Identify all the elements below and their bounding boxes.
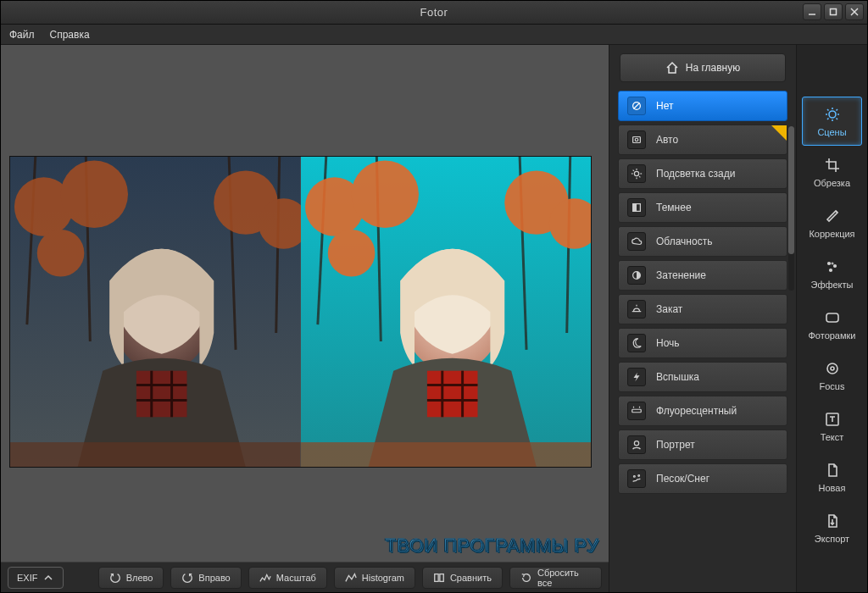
maximize-button[interactable]	[824, 3, 843, 20]
svg-rect-42	[633, 137, 641, 143]
bottom-toolbar: EXIF Влево Вправо Масштаб	[1, 562, 609, 592]
scene-item-portrait[interactable]: Портрет	[618, 430, 787, 460]
scenes-icon	[823, 105, 842, 124]
tool-focus[interactable]: Focus	[802, 351, 862, 400]
home-button[interactable]: На главную	[620, 53, 786, 82]
flag-icon	[771, 125, 787, 141]
night-icon	[627, 334, 646, 352]
tool-label: Коррекция	[809, 229, 854, 239]
svg-line-72	[836, 211, 837, 213]
reset-button[interactable]: Сбросить все	[509, 567, 602, 589]
new-icon	[823, 461, 842, 479]
scene-scrollbar[interactable]	[788, 126, 794, 291]
svg-line-50	[639, 176, 640, 177]
svg-rect-15	[136, 370, 187, 417]
tool-label: Новая	[819, 483, 846, 493]
original-photo	[10, 157, 301, 467]
tool-strip: СценыОбрезкаКоррекцияЭффектыФоторамкиFoc…	[796, 45, 867, 592]
scene-item-sand_snow[interactable]: Песок/Снег	[618, 463, 787, 494]
svg-point-10	[61, 160, 128, 227]
backlit-icon	[627, 164, 646, 183]
scene-label: Песок/Снег	[656, 473, 709, 485]
canvas-area: ТВОИ ПРОГРАММЫ РУ EXIF Влево Вправо	[1, 45, 609, 592]
scene-item-fluorescent[interactable]: Флуоресцентный	[618, 396, 787, 426]
svg-point-44	[634, 171, 638, 175]
scene-label: Темнее	[656, 202, 692, 213]
chevron-up-icon	[42, 572, 54, 584]
exif-button[interactable]: EXIF	[8, 567, 64, 589]
zoom-button[interactable]: Масштаб	[248, 567, 327, 589]
scene-item-sunset[interactable]: Закат	[618, 294, 787, 324]
svg-rect-39	[440, 574, 443, 581]
svg-point-61	[634, 476, 636, 478]
minimize-button[interactable]	[803, 3, 821, 20]
svg-point-13	[37, 230, 85, 277]
scene-label: Авто	[656, 134, 678, 146]
svg-rect-52	[633, 204, 637, 212]
compare-button[interactable]: Сравнить	[422, 567, 503, 589]
tool-effects[interactable]: Эффекты	[802, 249, 862, 298]
crop-icon	[823, 156, 842, 175]
tool-label: Сцены	[817, 127, 846, 137]
close-button[interactable]	[845, 3, 864, 20]
scene-label: Затенение	[656, 269, 706, 281]
reset-icon	[520, 572, 532, 584]
rotate-left-button[interactable]: Влево	[98, 567, 164, 589]
menu-file[interactable]: Файл	[9, 29, 35, 41]
watermark-text: ТВОИ ПРОГРАММЫ РУ	[385, 535, 598, 557]
scene-item-darken[interactable]: Темнее	[618, 192, 787, 223]
scene-item-shade[interactable]: Затенение	[618, 260, 787, 291]
title-bar: Fotor	[1, 1, 867, 25]
tool-crop[interactable]: Обрезка	[802, 147, 862, 197]
scene-label: Подсветка сзади	[656, 168, 735, 180]
tool-label: Focus	[820, 381, 845, 391]
fluorescent-icon	[627, 402, 646, 420]
edited-photo	[301, 157, 592, 467]
svg-line-68	[827, 109, 829, 111]
scene-item-night[interactable]: Ночь	[618, 328, 787, 358]
svg-rect-32	[426, 370, 477, 417]
svg-line-71	[836, 109, 837, 111]
app-title: Fotor	[420, 6, 448, 19]
svg-point-27	[351, 160, 418, 227]
scene-item-flash[interactable]: Вспышка	[618, 362, 787, 392]
svg-point-62	[638, 475, 640, 477]
svg-rect-76	[826, 313, 838, 322]
scene-item-cloudy[interactable]: Облачность	[618, 226, 787, 257]
rotate-right-button[interactable]: Вправо	[170, 567, 241, 589]
text-icon	[823, 410, 842, 429]
auto-icon	[627, 130, 646, 149]
darken-icon	[627, 198, 646, 217]
svg-point-77	[827, 363, 837, 374]
svg-point-73	[827, 263, 830, 265]
scene-item-backlit[interactable]: Подсветка сзади	[618, 158, 787, 189]
rotate-right-icon	[181, 572, 193, 584]
scene-item-none[interactable]: Нет	[618, 91, 787, 121]
svg-line-41	[634, 103, 640, 109]
tool-adjust[interactable]: Коррекция	[802, 198, 862, 247]
svg-marker-56	[634, 373, 640, 382]
svg-point-63	[829, 111, 836, 118]
tool-new[interactable]: Новая	[802, 452, 862, 502]
svg-line-70	[827, 119, 829, 120]
scene-label: Нет	[656, 100, 673, 112]
compare-preview[interactable]	[9, 156, 592, 468]
tool-frames[interactable]: Фоторамки	[802, 300, 862, 349]
svg-rect-20	[10, 442, 301, 467]
tool-scenes[interactable]: Сцены	[802, 97, 862, 146]
tool-text[interactable]: Текст	[802, 402, 862, 451]
menu-help[interactable]: Справка	[50, 29, 90, 41]
cloudy-icon	[627, 232, 646, 251]
histogram-icon	[259, 572, 271, 584]
svg-rect-57	[632, 409, 642, 413]
none-icon	[627, 97, 646, 115]
portrait-icon	[627, 435, 646, 454]
svg-rect-1	[831, 9, 837, 15]
scene-item-auto[interactable]: Авто	[618, 125, 787, 155]
svg-line-69	[836, 119, 837, 120]
sunset-icon	[627, 300, 646, 319]
tool-export[interactable]: Экспорт	[802, 503, 862, 552]
svg-point-30	[327, 230, 375, 277]
histogram-button[interactable]: Histogram	[334, 567, 415, 589]
svg-point-78	[831, 367, 834, 370]
